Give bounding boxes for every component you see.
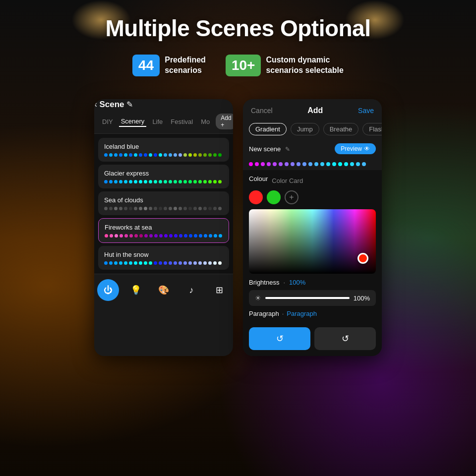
scene-dot [178,207,182,210]
scene-item-snow[interactable]: Hut in the snow [98,246,229,270]
scene-dot [188,180,192,183]
scene-dot [208,261,212,265]
scene-dot [193,153,197,157]
scene-dots-clouds [104,207,223,210]
light-icon: 💡 [130,285,141,296]
save-button[interactable]: Save [358,107,374,115]
swatch-add-button[interactable]: + [285,190,298,204]
tab-add-button[interactable]: Add + [216,114,233,129]
tab-diy[interactable]: DIY [100,117,115,126]
scene-dot [114,180,118,183]
tab-life[interactable]: Life [150,117,165,126]
nav-power[interactable]: ⏻ [97,279,119,301]
colour-label: Colour [249,175,268,182]
color-swatches: + [249,190,376,204]
scene-dot [214,234,217,238]
scene-dot [134,261,137,265]
scene-dot [208,180,212,183]
color-picker-thumb[interactable] [357,253,368,264]
scene-dot [198,207,202,210]
tab-festival[interactable]: Festival [169,117,195,126]
scene-dots-snow [104,261,223,265]
cancel-button[interactable]: Cancel [251,107,273,115]
scene-dot [198,153,202,157]
scene-dot [105,234,108,238]
scene-dot [218,153,222,157]
mode-tab-breathe[interactable]: Breathe [323,123,359,135]
color-picker[interactable] [249,209,376,274]
scene-dots-glacier [104,180,223,183]
mode-tab-flashing[interactable]: Flashing [362,123,382,135]
stat-text-custom: Custom dynamicscenarios selectable [266,55,344,76]
scene-dot [164,180,167,183]
scene-dot [174,180,177,183]
nav-palette[interactable]: 🎨 [153,279,175,301]
slider-sun-icon: ☀ [255,294,261,302]
scene-dot [144,207,147,210]
tab-mo[interactable]: Mo [199,117,212,126]
preview-dot [356,162,360,166]
tab-scenery[interactable]: Scenery [119,117,147,127]
paragraph-label: Paragraph [249,310,279,317]
page-header: Multiple Scenes Optional [0,15,476,42]
scene-dot [149,207,152,210]
stat-predefined: 44 Predefinedscenarios [132,55,206,76]
scene-dot [218,180,222,183]
action-button-2[interactable]: ↺ [314,327,376,350]
nav-light[interactable]: 💡 [125,279,147,301]
scene-dot [208,153,212,157]
stats-row: 44 Predefinedscenarios 10+ Custom dynami… [0,55,476,76]
add-button[interactable]: Add [307,106,323,115]
scene-dot [109,207,113,210]
scene-dot [139,207,142,210]
nav-grid[interactable]: ⊞ [208,279,230,301]
preview-dot [255,162,259,166]
scene-dot [139,234,143,238]
edit-button[interactable]: ✎ [126,100,133,109]
paragraph-value: Paragraph [287,310,317,317]
preview-eye-icon: 👁 [364,145,370,152]
brightness-row: Brightness · 100% [249,279,376,286]
preview-dot [285,162,289,166]
preview-button[interactable]: Preview 👁 [335,143,376,154]
scene-item-fireworks[interactable]: Fireworks at sea [98,218,229,243]
preview-dot [314,162,318,166]
scene-dot [144,234,148,238]
scene-dot [119,234,123,238]
mode-tab-gradient[interactable]: Gradient [249,123,287,135]
mode-tabs: Gradient Jump Breathe Flashing ⊞ [243,119,382,139]
scene-dot [159,180,162,183]
scene-item-glacier[interactable]: Glacier express [98,165,229,188]
swatch-red[interactable] [249,190,263,204]
slider-track[interactable] [265,297,350,299]
scene-dot [169,153,172,157]
scene-dot [193,261,197,265]
scene-dot [213,207,217,210]
preview-dot [261,162,265,166]
grid-icon: ⊞ [216,285,223,296]
brightness-slider[interactable]: ☀ 100% [249,290,376,306]
action-button-1[interactable]: ↺ [249,327,310,350]
swatch-green[interactable] [267,190,281,204]
scene-dots-iceland [104,153,223,157]
scene-dot [164,234,168,238]
scene-dot [129,207,132,210]
preview-dot [320,162,324,166]
preview-dot [338,162,342,166]
right-phone-header: Cancel Add Save [243,99,382,119]
music-icon: ♪ [189,285,194,296]
paragraph-row: Paragraph · Paragraph [249,310,376,317]
scene-item-clouds[interactable]: Sea of clouds [98,191,229,215]
nav-music[interactable]: ♪ [180,279,202,301]
scene-dot [149,180,152,183]
scene-dot [213,180,217,183]
scene-dot [110,234,113,238]
new-scene-edit-icon[interactable]: ✎ [285,146,290,153]
back-button[interactable]: ‹ [94,99,97,109]
scene-dot [159,153,162,157]
scene-item-iceland[interactable]: Iceland blue [98,138,229,162]
mode-tab-jump[interactable]: Jump [291,123,319,135]
preview-dot [279,162,283,166]
preview-dot [249,162,253,166]
scene-dot [129,180,132,183]
